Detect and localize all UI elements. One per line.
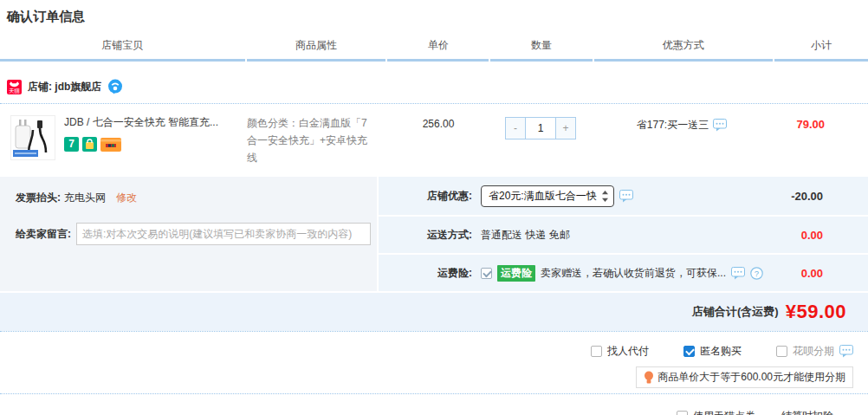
order-confirm-page: 确认订单信息 店铺宝贝 商品属性 单价 数量 优惠方式 小计 天猫 店铺: jd… bbox=[0, 0, 868, 415]
payment-options-section: 找人代付 匿名购买 花呗分期 商品单价大于等于600.00元才能使用分期 bbox=[0, 332, 868, 393]
huabei-installment-option: 花呗分期 bbox=[776, 344, 853, 359]
svg-text:?: ? bbox=[755, 269, 759, 278]
lightbulb-icon bbox=[644, 371, 654, 385]
shop-label: 店铺: jdb旗舰店 bbox=[28, 80, 101, 94]
insurance-checkbox[interactable] bbox=[481, 268, 492, 279]
store-discount-selected: 省20元:满血版七合一快 bbox=[489, 189, 597, 204]
store-discount-row: 店铺优惠: 省20元:满血版七合一快 -20.00 bbox=[379, 177, 868, 215]
product-title[interactable]: JDB / 七合一安全快充 智能直充... bbox=[64, 115, 244, 130]
invoice-label: 发票抬头: bbox=[16, 191, 61, 205]
quantity-decrease-button[interactable]: - bbox=[506, 118, 525, 139]
product-cell: JDB / 七合一安全快充 智能直充... 7 bbox=[0, 115, 247, 160]
subtotal-amount: 79.00 bbox=[796, 118, 825, 131]
seller-message-input[interactable] bbox=[76, 223, 371, 245]
invoice-line: 发票抬头: 充电头网 修改 bbox=[16, 191, 377, 205]
col-header-item: 店铺宝贝 bbox=[0, 38, 245, 62]
shop-row: 天猫 店铺: jdb旗舰店 bbox=[0, 62, 868, 103]
insurance-badge: 运费险 bbox=[497, 265, 535, 282]
huabei-chat-bubble-icon[interactable] bbox=[839, 345, 853, 358]
payment-options-row: 找人代付 匿名购买 花呗分期 bbox=[591, 344, 853, 359]
pay-for-other-checkbox[interactable] bbox=[591, 346, 602, 357]
tmall-logo-icon: 天猫 bbox=[7, 80, 22, 94]
col-header-discount: 优惠方式 bbox=[594, 38, 773, 62]
store-discount-amount: -20.00 bbox=[767, 190, 868, 203]
insurance-help-icon[interactable]: ? bbox=[750, 267, 763, 280]
invoice-edit-link[interactable]: 修改 bbox=[116, 191, 137, 205]
tmall-points-row: 使用天猫点券 结算时扣除 bbox=[0, 399, 868, 415]
use-points-checkbox[interactable] bbox=[677, 411, 688, 415]
use-points-label[interactable]: 使用天猫点券 bbox=[693, 409, 755, 415]
invoice-message-panel: 发票抬头: 充电头网 修改 给卖家留言: bbox=[0, 177, 377, 291]
quantity-value[interactable]: 1 bbox=[525, 118, 556, 139]
order-options-panel: 店铺优惠: 省20元:满血版七合一快 -20.00 运送方式: bbox=[379, 177, 868, 291]
card-badge-icon bbox=[100, 138, 121, 152]
shipping-insurance-row: 运费险: 运费险 卖家赠送，若确认收货前退货，可获保... ? 0.00 bbox=[379, 255, 868, 291]
insurance-amount: 0.00 bbox=[767, 267, 868, 280]
divider-options bbox=[0, 393, 868, 394]
discount-chat-bubble-icon[interactable] bbox=[619, 190, 633, 203]
seller-message-label: 给卖家留言: bbox=[16, 227, 71, 242]
shop-name: jdb旗舰店 bbox=[55, 81, 101, 93]
pay-for-other-label[interactable]: 找人代付 bbox=[607, 344, 649, 359]
seller-message-line: 给卖家留言: bbox=[16, 223, 377, 245]
shipping-method-label: 运送方式: bbox=[379, 228, 472, 243]
shopping-bag-badge-icon bbox=[82, 137, 97, 152]
shipping-insurance-label: 运费险: bbox=[379, 266, 472, 281]
table-header-row: 店铺宝贝 商品属性 单价 数量 优惠方式 小计 bbox=[0, 38, 868, 62]
store-total-label: 店铺合计(含运费) bbox=[692, 304, 779, 320]
promo-text: 省177:买一送三 bbox=[637, 118, 709, 133]
pay-for-other-option: 找人代付 bbox=[591, 344, 649, 359]
huabei-label[interactable]: 花呗分期 bbox=[793, 344, 834, 359]
product-info: JDB / 七合一安全快充 智能直充... 7 bbox=[64, 115, 244, 160]
promo-cell: 省177:买一送三 bbox=[592, 115, 772, 133]
select-arrows-icon bbox=[601, 190, 609, 203]
anonymous-buy-option: 匿名购买 bbox=[683, 344, 742, 359]
invoice-value: 充电头网 bbox=[64, 191, 106, 205]
insurance-description: 卖家赠送，若确认收货前退货，可获保... bbox=[541, 266, 726, 281]
wangwang-chat-icon[interactable] bbox=[107, 79, 123, 94]
quantity-increase-button[interactable]: + bbox=[556, 118, 575, 139]
huabei-tip-text: 商品单价大于等于600.00元才能使用分期 bbox=[657, 370, 845, 385]
shipping-method-value: 普通配送 快递 免邮 bbox=[481, 228, 570, 243]
product-badges: 7 bbox=[64, 137, 244, 152]
store-discount-label: 店铺优惠: bbox=[379, 189, 472, 204]
store-total-amount: ¥59.00 bbox=[786, 301, 846, 323]
quantity-stepper: - 1 + bbox=[505, 117, 576, 139]
col-header-quantity: 数量 bbox=[490, 38, 592, 62]
promo-chat-bubble-icon[interactable] bbox=[713, 119, 727, 132]
subtotal-cell: 79.00 bbox=[772, 115, 868, 131]
shipping-amount: 0.00 bbox=[767, 229, 868, 242]
deduct-note: 结算时扣除 bbox=[781, 409, 833, 415]
product-row: JDB / 七合一安全快充 智能直充... 7 颜色分类：白金满血版「7合一安全… bbox=[0, 104, 868, 177]
huabei-checkbox[interactable] bbox=[776, 346, 787, 357]
svg-text:天猫: 天猫 bbox=[9, 88, 21, 94]
anonymous-buy-checkbox[interactable] bbox=[683, 346, 695, 357]
store-discount-select[interactable]: 省20元:满血版七合一快 bbox=[481, 185, 614, 207]
middle-section: 发票抬头: 充电头网 修改 给卖家留言: 店铺优惠: 省20元:满血版七合一快 bbox=[0, 177, 868, 291]
quantity-cell: - 1 + bbox=[489, 115, 592, 139]
seven-in-one-badge-icon: 7 bbox=[64, 137, 79, 152]
product-attributes: 颜色分类：白金满血版「7合一安全快充」+安卓快充线 bbox=[247, 115, 387, 166]
col-header-subtotal: 小计 bbox=[774, 38, 868, 62]
anonymous-buy-label[interactable]: 匿名购买 bbox=[700, 344, 742, 359]
huabei-tip-box: 商品单价大于等于600.00元才能使用分期 bbox=[636, 366, 853, 388]
store-total-row: 店铺合计(含运费) ¥59.00 bbox=[0, 293, 868, 331]
col-header-attributes: 商品属性 bbox=[247, 38, 386, 62]
col-header-unit-price: 单价 bbox=[387, 38, 489, 62]
insurance-chat-bubble-icon[interactable] bbox=[731, 267, 745, 280]
unit-price: 256.00 bbox=[387, 115, 489, 130]
shipping-method-row: 运送方式: 普通配送 快递 免邮 0.00 bbox=[379, 217, 868, 253]
use-points-option: 使用天猫点券 bbox=[677, 409, 755, 415]
page-title: 确认订单信息 bbox=[0, 0, 868, 25]
product-image[interactable] bbox=[10, 115, 55, 160]
